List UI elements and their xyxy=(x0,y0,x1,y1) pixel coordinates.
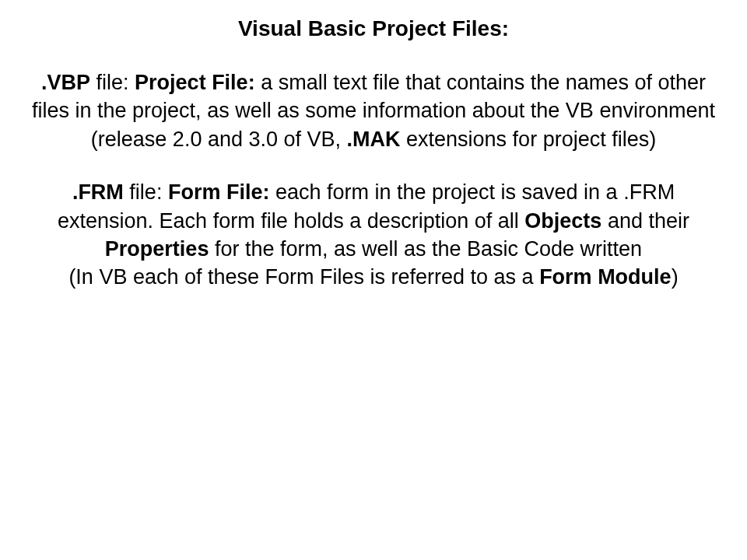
vbp-extension: .VBP xyxy=(41,71,90,94)
objects-word: Objects xyxy=(524,209,601,233)
mak-extension: .MAK xyxy=(347,128,401,151)
vbp-file-word: file: xyxy=(90,71,135,94)
frm-extension: .FRM xyxy=(72,180,124,204)
slide-title: Visual Basic Project Files: xyxy=(23,14,724,44)
frm-paragraph: .FRM file: Form File: each form in the p… xyxy=(23,178,724,292)
frm-note-close: ) xyxy=(672,265,679,289)
slide: Visual Basic Project Files: .VBP file: P… xyxy=(0,0,747,560)
frm-note-open: (In VB each of these Form Files is refer… xyxy=(68,265,539,289)
frm-label: Form File: xyxy=(168,180,270,204)
frm-description-2: for the form, as well as the Basic Code … xyxy=(209,237,642,261)
vbp-label: Project File: xyxy=(135,71,255,94)
vbp-note-open: (release 2.0 and 3.0 of VB, xyxy=(91,128,347,151)
properties-word: Properties xyxy=(105,237,209,261)
form-module-word: Form Module xyxy=(539,265,672,289)
frm-file-word: file: xyxy=(124,180,168,204)
vbp-note-close: extensions for project files) xyxy=(401,128,657,151)
frm-mid: and their xyxy=(601,209,689,233)
vbp-paragraph: .VBP file: Project File: a small text fi… xyxy=(23,68,724,153)
